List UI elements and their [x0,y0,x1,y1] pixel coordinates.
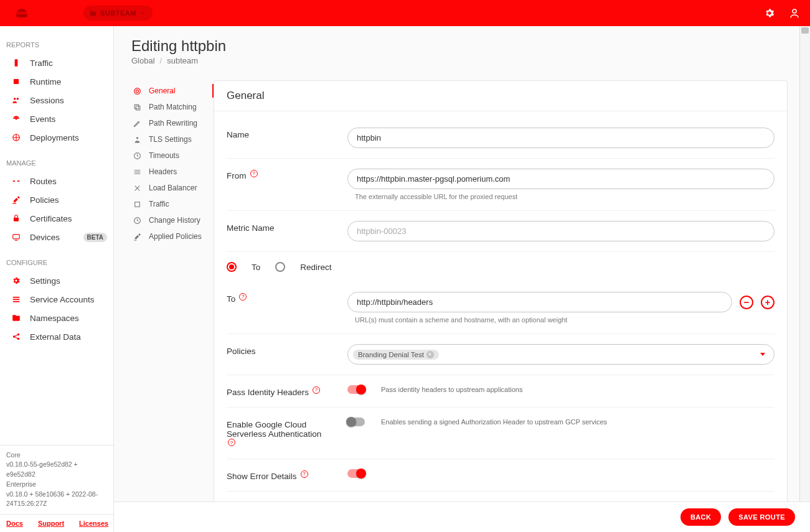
support-link[interactable]: Support [38,520,64,527]
cross-icon [133,184,141,192]
deploy-icon [11,133,21,142]
subnav-general[interactable]: General [131,83,204,99]
breadcrumb-root[interactable]: Global [131,56,155,65]
subnav-history[interactable]: Change History [131,212,204,228]
subnav-label: Path Rewriting [149,119,197,128]
svg-rect-17 [136,106,140,110]
metric-input[interactable] [347,221,775,241]
sidebar-item-label: External Data [30,332,107,342]
sidebar-item-namespaces[interactable]: Namespaces [0,309,113,327]
from-input[interactable] [347,169,775,189]
sidebar-item-events[interactable]: Events [0,110,113,128]
svg-rect-2 [14,79,19,84]
lock-icon [11,213,21,223]
sidebar-item-devices[interactable]: DevicesBETA [0,228,113,246]
to-input[interactable] [347,292,732,312]
to-hint: URL(s) must contain a scheme and hostnam… [355,316,775,324]
svg-point-16 [136,90,138,92]
remove-url-button[interactable]: − [740,296,753,309]
sidebar-item-traffic[interactable]: Traffic [0,54,113,72]
chevron-down-icon [140,10,146,16]
field-pass-identity: Pass Identity Headers? Pass identity hea… [227,375,775,408]
subnav-label: TLS Settings [149,135,192,144]
users-icon [11,95,21,105]
show-error-toggle[interactable] [347,469,365,478]
help-icon[interactable]: ? [228,439,235,446]
beta-badge: BETA [83,233,107,242]
help-icon[interactable]: ? [313,386,320,394]
gcp-desc: Enables sending a signed Authorization H… [381,418,607,426]
core-version: v0.18.0-55-ge9e52d82 + e9e52d82 [6,460,107,480]
breadcrumb-sep: / [160,56,162,65]
lines-icon [133,167,141,176]
save-route-button[interactable]: SAVE ROUTE [728,508,795,526]
subnav-headers[interactable]: Headers [131,164,204,180]
list-icon [11,294,21,304]
docs-link[interactable]: Docs [6,520,23,527]
chip-label: Branding Denial Test [358,351,424,358]
field-target-select: To Redirect [227,252,775,282]
policies-select[interactable]: Branding Denial Test✕ [347,344,775,365]
subnav-traffic[interactable]: Traffic [131,196,204,212]
back-button[interactable]: BACK [680,508,721,526]
licenses-link[interactable]: Licenses [79,520,108,527]
label-name: Name [227,128,347,139]
radio-to[interactable] [227,262,237,272]
label-pass-identity: Pass Identity Headers [227,388,309,397]
help-icon[interactable]: ? [301,470,308,478]
main: Editing httpbin Global / subteam General… [114,26,810,532]
ent-label: Enterprise [6,480,107,490]
sidebar-item-settings[interactable]: Settings [0,271,113,290]
add-url-button[interactable]: + [761,296,775,309]
help-icon[interactable]: ? [239,293,247,301]
edit-icon [133,119,141,128]
person-icon [133,135,141,144]
subnav-timeouts[interactable]: Timeouts [131,147,204,164]
gear-icon[interactable] [764,7,775,19]
breadcrumb-child[interactable]: subteam [167,56,198,65]
subnav-applied-policies[interactable]: Applied Policies [131,228,204,245]
svg-point-4 [17,98,19,100]
radio-redirect[interactable] [275,262,285,272]
namespace-selector[interactable]: SUBTEAM [83,6,153,21]
sidebar-item-label: Namespaces [30,314,107,323]
namespace-label: SUBTEAM [100,9,136,17]
gcp-toggle[interactable] [347,418,365,426]
clock-icon [133,151,141,160]
sidebar-item-sessions[interactable]: Sessions [0,91,113,110]
sidebar-item-service-accounts[interactable]: Service Accounts [0,290,113,309]
core-label: Core [6,450,107,460]
sidebar-item-label: Settings [30,276,107,286]
section-configure: CONFIGURE [0,255,113,271]
sidebar-item-policies[interactable]: Policies [0,190,113,209]
subnav-tls[interactable]: TLS Settings [131,131,204,147]
subnav-path-matching[interactable]: Path Matching [131,99,204,115]
subnav-path-rewriting[interactable]: Path Rewriting [131,115,204,131]
field-policies: Policies Branding Denial Test✕ [227,334,775,375]
sidebar-item-deployments[interactable]: Deployments [0,128,113,147]
sidebar-item-label: Sessions [30,96,107,105]
route-icon [11,176,21,186]
name-input[interactable] [347,128,775,148]
scrollbar-thumb[interactable] [801,27,809,34]
user-icon[interactable] [789,7,800,19]
svg-rect-18 [134,105,139,109]
sidebar-item-label: Service Accounts [30,295,107,304]
gavel-icon [11,195,21,205]
chip-remove-icon[interactable]: ✕ [426,351,434,358]
sidebar-item-routes[interactable]: Routes [0,172,113,190]
card-general: General Name From? The externally access… [214,80,788,532]
sidebar-item-external-data[interactable]: External Data [0,327,113,346]
scrollbar[interactable] [799,26,810,532]
sidebar-item-label: Events [30,114,107,124]
share-icon [11,332,21,342]
card-title: General [214,81,787,111]
subnav-lb[interactable]: Load Balancer [131,180,204,196]
device-icon [11,232,21,242]
pass-identity-toggle[interactable] [347,385,365,394]
sidebar-item-certificates[interactable]: Certificates [0,209,113,228]
sidebar-item-runtime[interactable]: Runtime [0,72,113,91]
subnav-label: Traffic [149,200,169,208]
svg-point-5 [16,118,17,119]
help-icon[interactable]: ? [250,170,258,177]
